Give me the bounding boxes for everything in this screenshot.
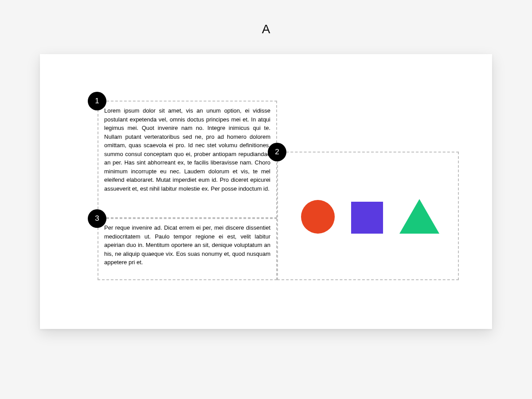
triangle-icon	[399, 199, 439, 234]
square-icon	[351, 202, 383, 234]
circle-icon	[301, 200, 335, 234]
annotation-badge-2: 2	[268, 143, 286, 161]
annotation-badge-3: 3	[88, 209, 106, 228]
text-block-3: Per reque invenire ad. Dicat errem ei pe…	[100, 223, 275, 267]
layout-card: 1 2 3 Lorem ipsum dolor sit amet, vis an…	[40, 54, 492, 329]
annotation-badge-1: 1	[88, 92, 106, 110]
shapes-row	[293, 198, 448, 234]
page-label: A	[0, 0, 532, 54]
text-block-1: Lorem ipsum dolor sit amet, vis an unum …	[100, 106, 275, 193]
